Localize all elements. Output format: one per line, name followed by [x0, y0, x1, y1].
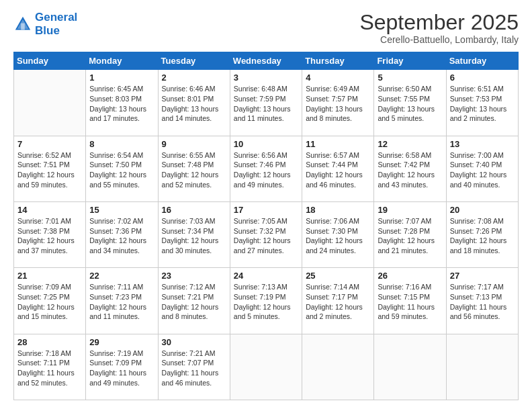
cell-date: 5: [378, 73, 442, 83]
calendar-cell: 21Sunrise: 7:09 AMSunset: 7:25 PMDayligh…: [14, 268, 86, 334]
cell-date: 2: [162, 73, 226, 83]
calendar-cell: 24Sunrise: 7:13 AMSunset: 7:19 PMDayligh…: [230, 268, 302, 334]
calendar-cell: 18Sunrise: 7:06 AMSunset: 7:30 PMDayligh…: [302, 201, 374, 267]
cell-info: Sunrise: 6:48 AMSunset: 7:59 PMDaylight:…: [234, 84, 298, 124]
logo-blue: Blue: [35, 24, 77, 38]
calendar-cell: 2Sunrise: 6:46 AMSunset: 8:01 PMDaylight…: [158, 70, 230, 136]
calendar-cell: 4Sunrise: 6:49 AMSunset: 7:57 PMDaylight…: [302, 70, 374, 136]
cell-info: Sunrise: 6:50 AMSunset: 7:55 PMDaylight:…: [378, 84, 442, 124]
logo-text: General Blue: [35, 11, 77, 37]
cell-date: 3: [234, 73, 298, 83]
calendar-cell: 20Sunrise: 7:08 AMSunset: 7:26 PMDayligh…: [446, 201, 518, 267]
calendar-cell: 22Sunrise: 7:11 AMSunset: 7:23 PMDayligh…: [86, 268, 158, 334]
cell-date: 23: [162, 271, 226, 281]
calendar-cell: [230, 334, 302, 400]
calendar-cell: 15Sunrise: 7:02 AMSunset: 7:36 PMDayligh…: [86, 201, 158, 267]
cell-info: Sunrise: 7:02 AMSunset: 7:36 PMDaylight:…: [89, 216, 154, 256]
cell-date: 27: [450, 271, 515, 281]
svg-rect-2: [21, 23, 25, 30]
cell-date: 29: [89, 337, 154, 347]
cell-date: 14: [17, 205, 82, 215]
calendar-cell: 29Sunrise: 7:19 AMSunset: 7:09 PMDayligh…: [86, 334, 158, 400]
col-thursday: Thursday: [302, 52, 374, 70]
cell-date: 17: [234, 205, 298, 215]
calendar-cell: 25Sunrise: 7:14 AMSunset: 7:17 PMDayligh…: [302, 268, 374, 334]
cell-date: 10: [234, 139, 298, 149]
cell-date: 18: [306, 205, 370, 215]
main-title: September 2025: [359, 11, 519, 34]
calendar-cell: 13Sunrise: 7:00 AMSunset: 7:40 PMDayligh…: [446, 136, 518, 201]
cell-date: 7: [17, 139, 82, 149]
cell-info: Sunrise: 6:56 AMSunset: 7:46 PMDaylight:…: [234, 150, 298, 190]
calendar-cell: 6Sunrise: 6:51 AMSunset: 7:53 PMDaylight…: [446, 70, 518, 136]
calendar-cell: 19Sunrise: 7:07 AMSunset: 7:28 PMDayligh…: [374, 201, 446, 267]
col-wednesday: Wednesday: [230, 52, 302, 70]
cell-date: 12: [378, 139, 442, 149]
calendar-cell: [14, 70, 86, 136]
cell-date: 1: [89, 73, 154, 83]
cell-date: 24: [234, 271, 298, 281]
cell-info: Sunrise: 6:46 AMSunset: 8:01 PMDaylight:…: [162, 84, 226, 124]
cell-date: 9: [162, 139, 226, 149]
calendar-cell: [374, 334, 446, 400]
calendar-cell: 3Sunrise: 6:48 AMSunset: 7:59 PMDaylight…: [230, 70, 302, 136]
col-friday: Friday: [374, 52, 446, 70]
cell-date: 22: [89, 271, 154, 281]
col-saturday: Saturday: [446, 52, 518, 70]
calendar-header: Sunday Monday Tuesday Wednesday Thursday…: [14, 52, 519, 70]
cell-info: Sunrise: 7:19 AMSunset: 7:09 PMDaylight:…: [89, 349, 154, 388]
cell-info: Sunrise: 7:17 AMSunset: 7:13 PMDaylight:…: [450, 282, 515, 322]
cell-date: 4: [306, 73, 370, 83]
cell-info: Sunrise: 7:05 AMSunset: 7:32 PMDaylight:…: [234, 216, 298, 256]
page: General Blue September 2025 Cerello-Batt…: [0, 0, 532, 411]
calendar-cell: 17Sunrise: 7:05 AMSunset: 7:32 PMDayligh…: [230, 201, 302, 267]
calendar-cell: 23Sunrise: 7:12 AMSunset: 7:21 PMDayligh…: [158, 268, 230, 334]
calendar-week-5: 28Sunrise: 7:18 AMSunset: 7:11 PMDayligh…: [14, 334, 519, 400]
calendar-cell: 28Sunrise: 7:18 AMSunset: 7:11 PMDayligh…: [14, 334, 86, 400]
cell-date: 20: [450, 205, 515, 215]
calendar-cell: 10Sunrise: 6:56 AMSunset: 7:46 PMDayligh…: [230, 136, 302, 201]
cell-date: 11: [306, 139, 370, 149]
cell-info: Sunrise: 7:01 AMSunset: 7:38 PMDaylight:…: [17, 216, 82, 256]
calendar-cell: 11Sunrise: 6:57 AMSunset: 7:44 PMDayligh…: [302, 136, 374, 201]
cell-date: 26: [378, 271, 442, 281]
cell-info: Sunrise: 7:21 AMSunset: 7:07 PMDaylight:…: [162, 349, 226, 388]
cell-info: Sunrise: 6:51 AMSunset: 7:53 PMDaylight:…: [450, 84, 515, 124]
cell-info: Sunrise: 7:03 AMSunset: 7:34 PMDaylight:…: [162, 216, 226, 256]
calendar-cell: 26Sunrise: 7:16 AMSunset: 7:15 PMDayligh…: [374, 268, 446, 334]
logo: General Blue: [13, 11, 77, 37]
cell-info: Sunrise: 7:08 AMSunset: 7:26 PMDaylight:…: [450, 216, 515, 256]
cell-info: Sunrise: 7:13 AMSunset: 7:19 PMDaylight:…: [234, 282, 298, 322]
header-row: Sunday Monday Tuesday Wednesday Thursday…: [14, 52, 519, 70]
cell-date: 19: [378, 205, 442, 215]
calendar-cell: 27Sunrise: 7:17 AMSunset: 7:13 PMDayligh…: [446, 268, 518, 334]
col-sunday: Sunday: [14, 52, 86, 70]
cell-info: Sunrise: 7:12 AMSunset: 7:21 PMDaylight:…: [162, 282, 226, 322]
calendar-cell: 9Sunrise: 6:55 AMSunset: 7:48 PMDaylight…: [158, 136, 230, 201]
calendar-cell: 8Sunrise: 6:54 AMSunset: 7:50 PMDaylight…: [86, 136, 158, 201]
cell-info: Sunrise: 6:55 AMSunset: 7:48 PMDaylight:…: [162, 150, 226, 190]
calendar-cell: 1Sunrise: 6:45 AMSunset: 8:03 PMDaylight…: [86, 70, 158, 136]
cell-date: 28: [17, 337, 82, 347]
cell-date: 21: [17, 271, 82, 281]
cell-info: Sunrise: 7:09 AMSunset: 7:25 PMDaylight:…: [17, 282, 82, 322]
cell-info: Sunrise: 7:14 AMSunset: 7:17 PMDaylight:…: [306, 282, 370, 322]
calendar-cell: 30Sunrise: 7:21 AMSunset: 7:07 PMDayligh…: [158, 334, 230, 400]
cell-date: 15: [89, 205, 154, 215]
cell-date: 13: [450, 139, 515, 149]
cell-date: 30: [162, 337, 226, 347]
calendar-cell: 12Sunrise: 6:58 AMSunset: 7:42 PMDayligh…: [374, 136, 446, 201]
calendar-week-4: 21Sunrise: 7:09 AMSunset: 7:25 PMDayligh…: [14, 268, 519, 334]
logo-icon: [13, 15, 32, 34]
subtitle: Cerello-Battuello, Lombardy, Italy: [359, 34, 519, 45]
cell-info: Sunrise: 7:11 AMSunset: 7:23 PMDaylight:…: [89, 282, 154, 322]
cell-info: Sunrise: 6:54 AMSunset: 7:50 PMDaylight:…: [89, 150, 154, 190]
cell-date: 8: [89, 139, 154, 149]
logo-general: General: [35, 11, 77, 24]
calendar-table: Sunday Monday Tuesday Wednesday Thursday…: [13, 52, 519, 400]
title-block: September 2025 Cerello-Battuello, Lombar…: [359, 11, 519, 45]
calendar-cell: 14Sunrise: 7:01 AMSunset: 7:38 PMDayligh…: [14, 201, 86, 267]
cell-info: Sunrise: 7:00 AMSunset: 7:40 PMDaylight:…: [450, 150, 515, 190]
cell-info: Sunrise: 6:45 AMSunset: 8:03 PMDaylight:…: [89, 84, 154, 124]
calendar-cell: [302, 334, 374, 400]
